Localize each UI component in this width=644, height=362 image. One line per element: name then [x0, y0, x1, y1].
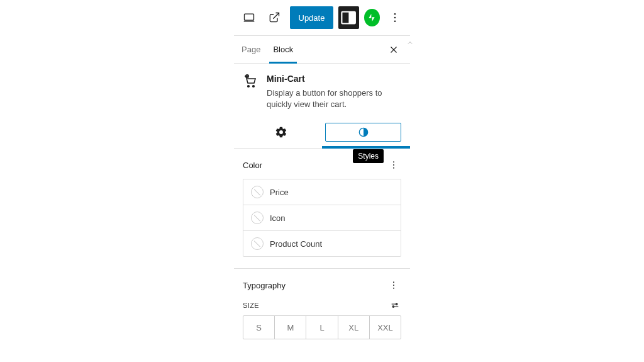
- svg-point-11: [393, 164, 394, 166]
- inspector-mode-toggle: [234, 123, 410, 149]
- empty-swatch-icon: [251, 212, 264, 224]
- size-xxl[interactable]: XXL: [370, 316, 401, 339]
- svg-point-4: [394, 17, 396, 19]
- font-size-group: S M L XL XXL: [243, 315, 401, 339]
- size-s[interactable]: S: [243, 316, 275, 339]
- external-link-icon[interactable]: [264, 6, 284, 29]
- svg-point-13: [393, 282, 394, 283]
- color-item-label: Product Count: [270, 239, 322, 249]
- update-button[interactable]: Update: [290, 6, 334, 29]
- editor-toolbar: Update: [234, 0, 410, 36]
- color-item-label: Price: [270, 188, 289, 197]
- tab-block[interactable]: Block: [273, 36, 299, 63]
- svg-point-15: [393, 288, 394, 289]
- svg-point-10: [393, 162, 394, 163]
- block-inspector-panel: Update Page Block: [234, 0, 410, 339]
- block-description: Display a button for shoppers to quickly…: [267, 88, 401, 110]
- svg-point-16: [396, 303, 397, 305]
- block-title: Mini-Cart: [267, 74, 401, 84]
- size-label: Size: [243, 302, 259, 309]
- svg-point-12: [393, 167, 394, 169]
- svg-point-5: [394, 21, 396, 23]
- color-section-title: Color: [243, 161, 262, 170]
- typography-options-icon[interactable]: [386, 278, 401, 293]
- inspector-tabs: Page Block: [234, 36, 410, 64]
- color-list: Price Icon Product Count: [243, 179, 401, 257]
- close-inspector-icon[interactable]: [385, 41, 402, 59]
- styles-tab-underline: [322, 146, 410, 149]
- color-item-label: Icon: [270, 213, 286, 223]
- color-product-count[interactable]: Product Count: [243, 231, 401, 256]
- tab-page[interactable]: Page: [242, 36, 267, 63]
- jetpack-icon[interactable]: [364, 9, 380, 26]
- svg-rect-0: [245, 14, 254, 20]
- settings-tab-icon[interactable]: [243, 123, 319, 142]
- svg-point-7: [253, 86, 255, 88]
- empty-swatch-icon: [251, 186, 264, 198]
- color-options-icon[interactable]: [386, 157, 401, 173]
- size-l[interactable]: L: [306, 316, 338, 339]
- svg-point-14: [393, 285, 394, 286]
- color-section: Color Price Icon Product Count: [234, 149, 410, 269]
- empty-swatch-icon: [251, 237, 264, 250]
- scroll-up-hint: [406, 39, 414, 48]
- mini-cart-icon: [243, 74, 258, 110]
- svg-point-17: [392, 306, 394, 308]
- color-icon[interactable]: Icon: [243, 205, 401, 231]
- custom-size-icon[interactable]: [389, 299, 401, 312]
- color-price[interactable]: Price: [243, 179, 401, 205]
- svg-rect-2: [350, 12, 355, 24]
- typography-section: Typography Size S M L XL XXL: [234, 269, 410, 339]
- size-label-row: Size: [243, 299, 401, 312]
- block-header: Mini-Cart Display a button for shoppers …: [234, 64, 410, 123]
- sidebar-toggle-icon[interactable]: [338, 6, 358, 29]
- view-desktop-icon[interactable]: [239, 6, 259, 29]
- typography-section-title: Typography: [243, 281, 286, 290]
- more-options-icon[interactable]: [385, 6, 405, 29]
- styles-tab-icon[interactable]: [325, 123, 401, 142]
- size-xl[interactable]: XL: [338, 316, 370, 339]
- styles-tooltip: Styles: [353, 149, 384, 163]
- svg-point-6: [248, 86, 250, 88]
- size-m[interactable]: M: [275, 316, 306, 339]
- svg-point-3: [394, 13, 396, 15]
